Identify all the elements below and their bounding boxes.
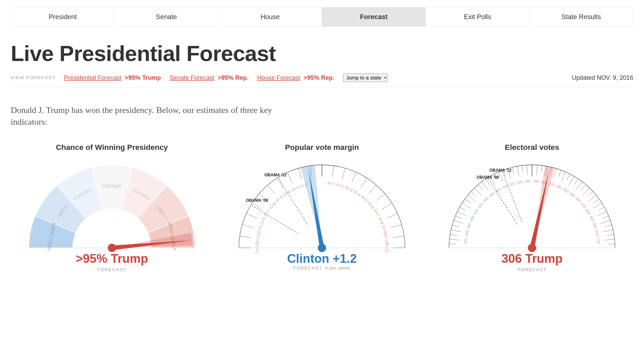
svg-line-15	[342, 168, 345, 179]
svg-line-105	[452, 225, 459, 227]
svg-line-108	[603, 230, 613, 232]
svg-line-66	[541, 166, 542, 172]
svg-line-31	[393, 236, 404, 238]
svg-text:R+7: R+7	[372, 208, 380, 217]
svg-text:520: 520	[463, 238, 468, 244]
gauge-title: Chance of Winning Presidency	[11, 143, 213, 152]
tab-exit-polls[interactable]: Exit Polls	[426, 7, 529, 26]
svg-line-85	[478, 185, 482, 190]
svg-text:480: 480	[592, 222, 598, 229]
presidential-forecast-value: >95% Trump	[125, 74, 161, 81]
svg-text:280: 280	[533, 179, 539, 183]
svg-line-100	[597, 211, 606, 216]
gauge-value: 306 Trump	[431, 251, 633, 265]
svg-line-78	[567, 174, 570, 180]
svg-text:OBAMA '08: OBAMA '08	[477, 175, 499, 180]
svg-text:R+6: R+6	[367, 201, 375, 210]
svg-text:400: 400	[575, 196, 582, 203]
svg-line-21	[369, 185, 376, 194]
svg-text:380: 380	[488, 191, 495, 198]
gauge-popular-vote: Popular vote margin D+2D+3D+4D+5D+6D+7D+…	[221, 143, 423, 272]
svg-text:R+8: R+8	[377, 217, 385, 226]
svg-text:460: 460	[589, 215, 595, 222]
gauge-chance-svg: VERY LIKELYLIKELYLEANINGTOSSUPLEANINGLIK…	[11, 156, 213, 252]
svg-line-90	[588, 191, 593, 196]
svg-text:440: 440	[473, 208, 479, 215]
svg-line-109	[450, 234, 457, 235]
svg-line-29	[390, 225, 401, 228]
svg-text:D+4: D+4	[282, 189, 291, 197]
gauges-row: Chance of Winning Presidency VERY LIKELY…	[11, 143, 633, 272]
svg-text:D+3: D+3	[290, 185, 300, 192]
updated-timestamp: Updated NOV. 9, 2016	[572, 74, 633, 81]
svg-line-26	[247, 213, 257, 218]
svg-text:R+11: R+11	[384, 243, 389, 252]
svg-line-92	[588, 195, 596, 201]
svg-line-89	[471, 191, 476, 196]
svg-text:D+8: D+8	[259, 216, 267, 225]
svg-line-27	[387, 213, 397, 218]
svg-text:340: 340	[555, 184, 563, 190]
link-house-forecast[interactable]: House Forecast	[257, 74, 301, 81]
link-presidential-forecast[interactable]: Presidential Forecast	[64, 74, 121, 81]
svg-line-69	[512, 167, 514, 174]
svg-line-63	[527, 165, 527, 175]
gauge-value: Clinton +1.2	[221, 251, 423, 265]
tab-house[interactable]: House	[218, 7, 322, 26]
gauge-title: Electoral votes	[431, 143, 633, 152]
house-forecast-value: >95% Rep.	[304, 74, 334, 81]
svg-line-95	[462, 203, 471, 208]
svg-line-76	[561, 172, 566, 181]
svg-line-87	[475, 188, 482, 195]
gauge-sub: FORECAST	[431, 267, 633, 272]
svg-line-23	[376, 193, 385, 201]
svg-text:420: 420	[477, 202, 484, 209]
gauge-ev-svg: 2803003203403603804004204404604805005202…	[431, 156, 633, 252]
tab-president[interactable]: President	[11, 7, 115, 26]
svg-text:500: 500	[464, 230, 470, 237]
svg-marker-59	[308, 167, 324, 248]
svg-text:D+5: D+5	[275, 194, 284, 203]
svg-text:360: 360	[494, 187, 502, 194]
svg-text:OBAMA '08: OBAMA '08	[246, 198, 268, 203]
svg-text:420: 420	[580, 202, 587, 209]
svg-marker-145	[530, 168, 549, 248]
svg-text:320: 320	[509, 181, 516, 187]
svg-line-106	[605, 225, 612, 227]
svg-text:D+10: D+10	[255, 233, 261, 244]
svg-line-93	[465, 199, 471, 203]
svg-line-30	[240, 236, 251, 238]
svg-line-112	[604, 239, 614, 240]
svg-line-91	[468, 195, 476, 201]
svg-text:R+2: R+2	[336, 182, 344, 189]
state-jump-select[interactable]: Jump to a state	[343, 73, 388, 82]
gauge-sub2: , in pct. points	[322, 265, 351, 270]
svg-line-84	[576, 182, 582, 190]
svg-line-19	[361, 178, 367, 188]
svg-text:D+11: D+11	[255, 243, 260, 252]
svg-line-110	[607, 234, 614, 235]
svg-line-16	[287, 172, 292, 183]
nav-tabs: President Senate House Forecast Exit Pol…	[11, 7, 633, 27]
tab-forecast[interactable]: Forecast	[322, 7, 426, 26]
svg-text:R+4: R+4	[353, 189, 362, 197]
svg-line-17	[352, 172, 356, 183]
svg-text:280: 280	[525, 179, 531, 183]
svg-text:380: 380	[569, 191, 576, 198]
svg-line-107	[451, 230, 461, 232]
svg-text:D+9: D+9	[256, 225, 263, 234]
intro-text: Donald J. Trump has won the presidency. …	[11, 104, 291, 128]
svg-text:R+9: R+9	[381, 225, 387, 234]
link-senate-forecast[interactable]: Senate Forecast	[170, 74, 215, 81]
tab-senate[interactable]: Senate	[115, 7, 218, 26]
svg-line-94	[593, 199, 599, 203]
svg-text:TOSSUP: TOSSUP	[102, 184, 121, 189]
tab-state-results[interactable]: State Results	[530, 7, 633, 26]
svg-line-65	[522, 166, 523, 172]
svg-line-113	[449, 244, 456, 244]
svg-text:OBAMA '12: OBAMA '12	[264, 173, 286, 177]
gauge-pv-svg: D+2D+3D+4D+5D+6D+7D+8D+9D+10D+11R+1R+2R+…	[221, 156, 423, 252]
forecast-bar: VIEW FORECAST Presidential Forecast >95%…	[11, 73, 633, 88]
svg-line-88	[583, 188, 590, 195]
svg-text:R+1: R+1	[327, 181, 335, 186]
